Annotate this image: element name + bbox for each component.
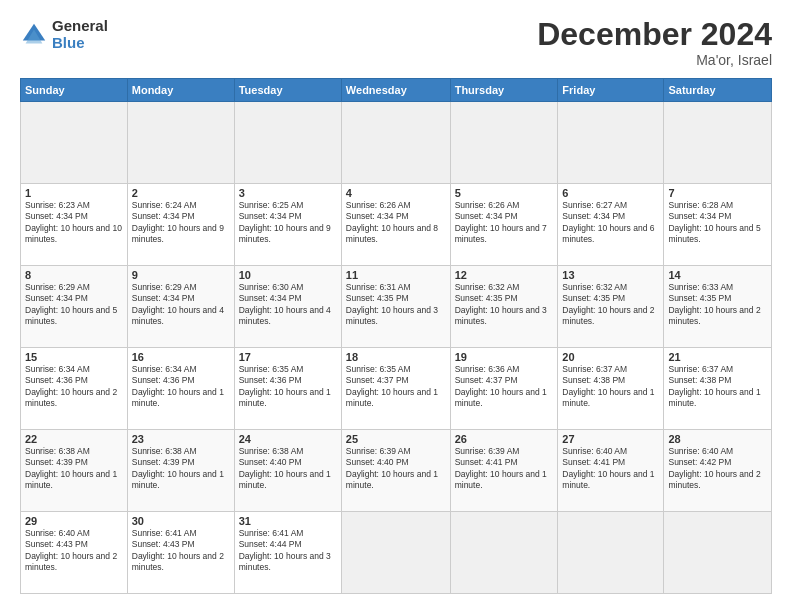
day-info: Sunrise: 6:32 AMSunset: 4:35 PMDaylight:… <box>455 282 554 328</box>
day-number: 16 <box>132 351 230 363</box>
day-number: 15 <box>25 351 123 363</box>
calendar-cell <box>234 102 341 184</box>
day-number: 27 <box>562 433 659 445</box>
calendar-cell: 29Sunrise: 6:40 AMSunset: 4:43 PMDayligh… <box>21 512 128 594</box>
calendar-cell: 12Sunrise: 6:32 AMSunset: 4:35 PMDayligh… <box>450 266 558 348</box>
calendar-cell: 1Sunrise: 6:23 AMSunset: 4:34 PMDaylight… <box>21 184 128 266</box>
day-info: Sunrise: 6:39 AMSunset: 4:41 PMDaylight:… <box>455 446 554 492</box>
location: Ma'or, Israel <box>537 52 772 68</box>
day-number: 7 <box>668 187 767 199</box>
header: General Blue December 2024 Ma'or, Israel <box>20 18 772 68</box>
calendar-cell: 25Sunrise: 6:39 AMSunset: 4:40 PMDayligh… <box>341 430 450 512</box>
title-block: December 2024 Ma'or, Israel <box>537 18 772 68</box>
day-info: Sunrise: 6:35 AMSunset: 4:36 PMDaylight:… <box>239 364 337 410</box>
day-number: 23 <box>132 433 230 445</box>
day-number: 26 <box>455 433 554 445</box>
day-number: 22 <box>25 433 123 445</box>
page: General Blue December 2024 Ma'or, Israel… <box>0 0 792 612</box>
day-number: 24 <box>239 433 337 445</box>
day-info: Sunrise: 6:27 AMSunset: 4:34 PMDaylight:… <box>562 200 659 246</box>
day-number: 10 <box>239 269 337 281</box>
day-info: Sunrise: 6:35 AMSunset: 4:37 PMDaylight:… <box>346 364 446 410</box>
day-info: Sunrise: 6:37 AMSunset: 4:38 PMDaylight:… <box>668 364 767 410</box>
calendar-cell: 9Sunrise: 6:29 AMSunset: 4:34 PMDaylight… <box>127 266 234 348</box>
logo-text: General Blue <box>52 18 108 51</box>
day-number: 29 <box>25 515 123 527</box>
day-info: Sunrise: 6:28 AMSunset: 4:34 PMDaylight:… <box>668 200 767 246</box>
calendar-cell <box>450 102 558 184</box>
day-info: Sunrise: 6:26 AMSunset: 4:34 PMDaylight:… <box>455 200 554 246</box>
day-info: Sunrise: 6:41 AMSunset: 4:43 PMDaylight:… <box>132 528 230 574</box>
day-info: Sunrise: 6:39 AMSunset: 4:40 PMDaylight:… <box>346 446 446 492</box>
day-number: 17 <box>239 351 337 363</box>
day-info: Sunrise: 6:26 AMSunset: 4:34 PMDaylight:… <box>346 200 446 246</box>
calendar-cell: 21Sunrise: 6:37 AMSunset: 4:38 PMDayligh… <box>664 348 772 430</box>
logo-blue-text: Blue <box>52 35 108 52</box>
day-info: Sunrise: 6:29 AMSunset: 4:34 PMDaylight:… <box>25 282 123 328</box>
day-number: 4 <box>346 187 446 199</box>
col-friday: Friday <box>558 79 664 102</box>
day-info: Sunrise: 6:31 AMSunset: 4:35 PMDaylight:… <box>346 282 446 328</box>
month-title: December 2024 <box>537 18 772 50</box>
calendar-cell <box>558 102 664 184</box>
day-info: Sunrise: 6:40 AMSunset: 4:42 PMDaylight:… <box>668 446 767 492</box>
day-number: 2 <box>132 187 230 199</box>
day-number: 1 <box>25 187 123 199</box>
day-info: Sunrise: 6:23 AMSunset: 4:34 PMDaylight:… <box>25 200 123 246</box>
day-info: Sunrise: 6:29 AMSunset: 4:34 PMDaylight:… <box>132 282 230 328</box>
calendar-cell: 3Sunrise: 6:25 AMSunset: 4:34 PMDaylight… <box>234 184 341 266</box>
calendar-cell <box>450 512 558 594</box>
day-number: 6 <box>562 187 659 199</box>
day-info: Sunrise: 6:32 AMSunset: 4:35 PMDaylight:… <box>562 282 659 328</box>
calendar-cell: 11Sunrise: 6:31 AMSunset: 4:35 PMDayligh… <box>341 266 450 348</box>
calendar-cell: 30Sunrise: 6:41 AMSunset: 4:43 PMDayligh… <box>127 512 234 594</box>
logo-icon <box>20 21 48 49</box>
calendar-cell: 15Sunrise: 6:34 AMSunset: 4:36 PMDayligh… <box>21 348 128 430</box>
col-monday: Monday <box>127 79 234 102</box>
calendar-cell: 17Sunrise: 6:35 AMSunset: 4:36 PMDayligh… <box>234 348 341 430</box>
day-number: 30 <box>132 515 230 527</box>
calendar-cell: 19Sunrise: 6:36 AMSunset: 4:37 PMDayligh… <box>450 348 558 430</box>
day-info: Sunrise: 6:34 AMSunset: 4:36 PMDaylight:… <box>25 364 123 410</box>
calendar-cell <box>664 512 772 594</box>
day-number: 25 <box>346 433 446 445</box>
col-thursday: Thursday <box>450 79 558 102</box>
calendar-cell: 28Sunrise: 6:40 AMSunset: 4:42 PMDayligh… <box>664 430 772 512</box>
calendar-body: 1Sunrise: 6:23 AMSunset: 4:34 PMDaylight… <box>21 102 772 594</box>
calendar-cell: 8Sunrise: 6:29 AMSunset: 4:34 PMDaylight… <box>21 266 128 348</box>
calendar-cell <box>341 512 450 594</box>
calendar-cell: 22Sunrise: 6:38 AMSunset: 4:39 PMDayligh… <box>21 430 128 512</box>
day-info: Sunrise: 6:24 AMSunset: 4:34 PMDaylight:… <box>132 200 230 246</box>
calendar-cell: 6Sunrise: 6:27 AMSunset: 4:34 PMDaylight… <box>558 184 664 266</box>
calendar-cell: 20Sunrise: 6:37 AMSunset: 4:38 PMDayligh… <box>558 348 664 430</box>
col-wednesday: Wednesday <box>341 79 450 102</box>
day-number: 5 <box>455 187 554 199</box>
day-number: 12 <box>455 269 554 281</box>
calendar-week-3: 15Sunrise: 6:34 AMSunset: 4:36 PMDayligh… <box>21 348 772 430</box>
day-info: Sunrise: 6:33 AMSunset: 4:35 PMDaylight:… <box>668 282 767 328</box>
calendar-cell: 4Sunrise: 6:26 AMSunset: 4:34 PMDaylight… <box>341 184 450 266</box>
calendar-week-5: 29Sunrise: 6:40 AMSunset: 4:43 PMDayligh… <box>21 512 772 594</box>
calendar-cell: 13Sunrise: 6:32 AMSunset: 4:35 PMDayligh… <box>558 266 664 348</box>
header-row: Sunday Monday Tuesday Wednesday Thursday… <box>21 79 772 102</box>
calendar-cell: 2Sunrise: 6:24 AMSunset: 4:34 PMDaylight… <box>127 184 234 266</box>
calendar-cell <box>558 512 664 594</box>
calendar-cell: 18Sunrise: 6:35 AMSunset: 4:37 PMDayligh… <box>341 348 450 430</box>
day-info: Sunrise: 6:34 AMSunset: 4:36 PMDaylight:… <box>132 364 230 410</box>
day-number: 18 <box>346 351 446 363</box>
calendar-cell <box>341 102 450 184</box>
calendar-week-0 <box>21 102 772 184</box>
calendar-cell <box>21 102 128 184</box>
day-number: 11 <box>346 269 446 281</box>
logo-general-text: General <box>52 18 108 35</box>
day-number: 19 <box>455 351 554 363</box>
calendar-week-4: 22Sunrise: 6:38 AMSunset: 4:39 PMDayligh… <box>21 430 772 512</box>
day-number: 28 <box>668 433 767 445</box>
day-number: 21 <box>668 351 767 363</box>
day-info: Sunrise: 6:40 AMSunset: 4:41 PMDaylight:… <box>562 446 659 492</box>
col-tuesday: Tuesday <box>234 79 341 102</box>
day-info: Sunrise: 6:30 AMSunset: 4:34 PMDaylight:… <box>239 282 337 328</box>
day-info: Sunrise: 6:41 AMSunset: 4:44 PMDaylight:… <box>239 528 337 574</box>
calendar-cell: 24Sunrise: 6:38 AMSunset: 4:40 PMDayligh… <box>234 430 341 512</box>
col-sunday: Sunday <box>21 79 128 102</box>
